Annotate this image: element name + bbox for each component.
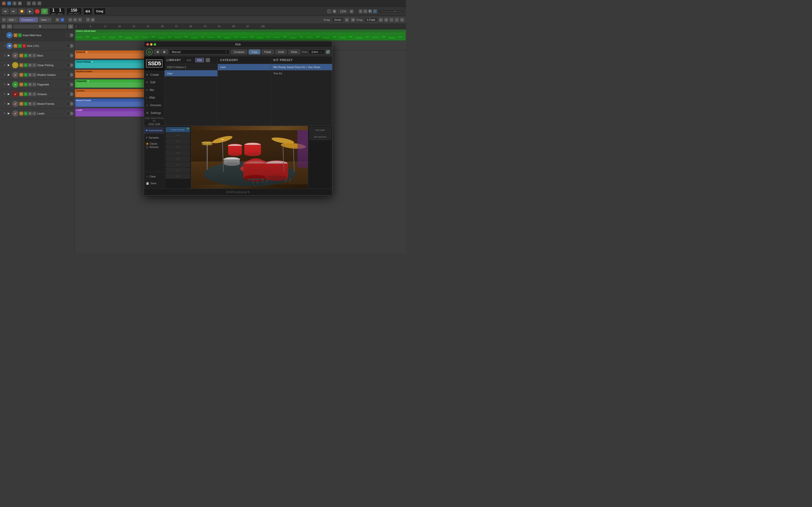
save-action[interactable]: 💾 Save <box>144 180 164 187</box>
expand-icon[interactable]: ▶ <box>6 111 11 116</box>
snap-up-icon[interactable]: ▲ <box>345 18 349 22</box>
track-enable-toggle[interactable] <box>66 92 74 96</box>
input-monitor-button[interactable]: I <box>33 112 36 115</box>
drum-pad[interactable] <box>165 168 190 173</box>
expand-icon[interactable]: ▶ <box>6 53 11 58</box>
cycle-button[interactable]: ↺ <box>41 8 48 14</box>
drum-pad[interactable] <box>165 150 190 156</box>
compare-button[interactable]: Compare <box>231 50 247 54</box>
record-arm-button[interactable]: R <box>28 73 32 77</box>
drum-pad[interactable] <box>165 162 190 167</box>
input-monitor-button[interactable]: I <box>33 92 36 96</box>
classic-option[interactable]: Classic <box>146 143 162 145</box>
record-button[interactable]: R <box>22 44 26 48</box>
marquee-tool-icon[interactable]: ⊠ <box>91 18 95 22</box>
track-enable-toggle[interactable] <box>66 63 74 67</box>
record-arm-button[interactable]: R <box>28 63 32 67</box>
paste-button[interactable]: Paste <box>262 50 274 54</box>
bounce-button[interactable]: S <box>13 24 67 29</box>
view-menu[interactable]: View ▼ <box>39 17 52 22</box>
edit-menu[interactable]: Edit ▼ <box>7 17 18 22</box>
minimize-button[interactable] <box>150 43 152 46</box>
arrow-tool-icon[interactable]: ↗ <box>86 18 90 22</box>
user-icon[interactable]: 👤 <box>373 9 377 13</box>
master-icon[interactable]: ▲ <box>350 9 354 13</box>
search-icon[interactable]: 🔍 <box>368 9 372 13</box>
metronome-icon[interactable]: ♩ <box>27 1 31 5</box>
drum-pad[interactable] <box>165 156 190 161</box>
input-monitor-button[interactable]: I <box>33 82 36 87</box>
midi-input-icon[interactable]: M <box>7 24 12 29</box>
mute-button[interactable]: M <box>13 33 17 37</box>
link-icon[interactable]: ⇔ <box>400 18 404 22</box>
mute-button[interactable]: M <box>19 54 23 57</box>
apple-menu-icon[interactable]: 🍎 <box>2 1 6 5</box>
xtra-rack-tom-module[interactable]: xtra rack tom <box>309 134 331 140</box>
cpu-icon[interactable]: ▣ <box>333 9 337 13</box>
mute-button[interactable]: M <box>19 73 23 77</box>
master-volume[interactable]: ─────────●──── <box>378 9 404 13</box>
samples-nav-item[interactable]: Samples <box>144 134 164 141</box>
solo-button[interactable]: S <box>24 82 28 87</box>
record-arm-button[interactable]: R <box>28 102 32 106</box>
snare-label[interactable]: Snare 01a SSD <box>165 127 190 132</box>
solo-button[interactable]: S <box>24 112 28 115</box>
copy-button[interactable]: Copy <box>249 50 260 54</box>
midi-icon[interactable]: ⬛ <box>327 9 331 13</box>
midi-region[interactable]: SSD5.5 DRUM MIDI <box>75 30 406 41</box>
sidebar-edit-item[interactable]: ✏ Edit <box>144 79 164 87</box>
drum-pad[interactable] <box>165 133 190 138</box>
drum-pad[interactable] <box>165 145 190 150</box>
inst-tab[interactable]: Inst <box>185 58 194 62</box>
input-monitor-button[interactable]: I <box>33 54 36 57</box>
close-button[interactable] <box>146 43 149 46</box>
sidebar-create-item[interactable]: ✦ Create <box>144 71 164 79</box>
kit-preset-item-selected[interactable]: Mix-Ready Sweet Rock Kit + One Shots <box>271 64 332 70</box>
sidebar-map-item[interactable]: ♪ Map <box>144 94 164 102</box>
expand-icon[interactable]: ▶ <box>6 63 11 68</box>
expand-icon[interactable]: ▶ <box>6 72 11 77</box>
expand-icon[interactable]: ▶ <box>6 101 11 106</box>
xtra-crash-module[interactable]: xtra crash <box>309 127 331 133</box>
undo-icon[interactable]: ↩ <box>2 18 6 22</box>
view-dropdown[interactable]: Editor ▼ <box>309 50 325 54</box>
input-monitor-button[interactable]: I <box>33 102 36 106</box>
drag-value[interactable]: X-Fade <box>364 18 377 22</box>
resize-v-icon[interactable]: ↕ <box>395 18 399 22</box>
tuner-icon[interactable]: ♯ <box>32 1 36 5</box>
rimshot-option[interactable]: Rimshot <box>146 146 162 149</box>
record-arm-button[interactable]: R <box>28 112 32 115</box>
preset-dropdown[interactable]: Manual ▼ <box>169 50 230 54</box>
input-monitor-button[interactable]: I <box>33 63 36 67</box>
resize-h-icon[interactable]: ↔ <box>390 18 394 22</box>
input-monitor-button[interactable]: I <box>33 73 36 77</box>
solo-button[interactable]: S <box>24 92 28 96</box>
functions-menu[interactable]: Functions ▼ <box>19 17 38 22</box>
solo-button[interactable]: S <box>24 54 28 57</box>
track-enable-toggle[interactable] <box>66 73 74 77</box>
goto-start-button[interactable]: ⏪ <box>18 8 25 14</box>
mute-button[interactable]: M <box>19 102 23 106</box>
track-enable-toggle[interactable] <box>66 82 74 87</box>
list-view-icon[interactable]: ≡ <box>359 9 362 13</box>
key-display[interactable]: Cmaj <box>94 8 106 15</box>
prev-preset-button[interactable]: ◀ <box>154 49 160 54</box>
record-button[interactable] <box>35 9 40 14</box>
record-arm-button[interactable]: R <box>28 54 32 57</box>
expand-icon[interactable]: ▶ <box>6 92 11 97</box>
library-item[interactable]: SSD 5 Deluxe 2 <box>164 64 217 70</box>
record-arm-button[interactable]: R <box>28 92 32 96</box>
tempo-display[interactable]: 150 KEEP TEMPO <box>66 8 82 15</box>
clear-action[interactable]: ✕ Clear <box>144 173 164 180</box>
play-button[interactable]: ▶ <box>27 8 33 14</box>
expand-icon[interactable]: ▶ <box>6 82 11 87</box>
mute-button[interactable]: M <box>19 112 23 115</box>
solo-button[interactable]: S <box>24 73 28 77</box>
next-preset-button[interactable]: ▶ <box>161 49 168 54</box>
kits-tab[interactable]: Kits <box>195 58 204 62</box>
sidebar-grooves-item[interactable]: ♫ Grooves <box>144 102 164 109</box>
library-item-selected[interactable]: User <box>164 70 217 76</box>
mute-button[interactable]: M <box>19 82 23 87</box>
rewind-button[interactable]: ⏮ <box>2 8 9 14</box>
track-enable-toggle[interactable] <box>66 102 74 106</box>
